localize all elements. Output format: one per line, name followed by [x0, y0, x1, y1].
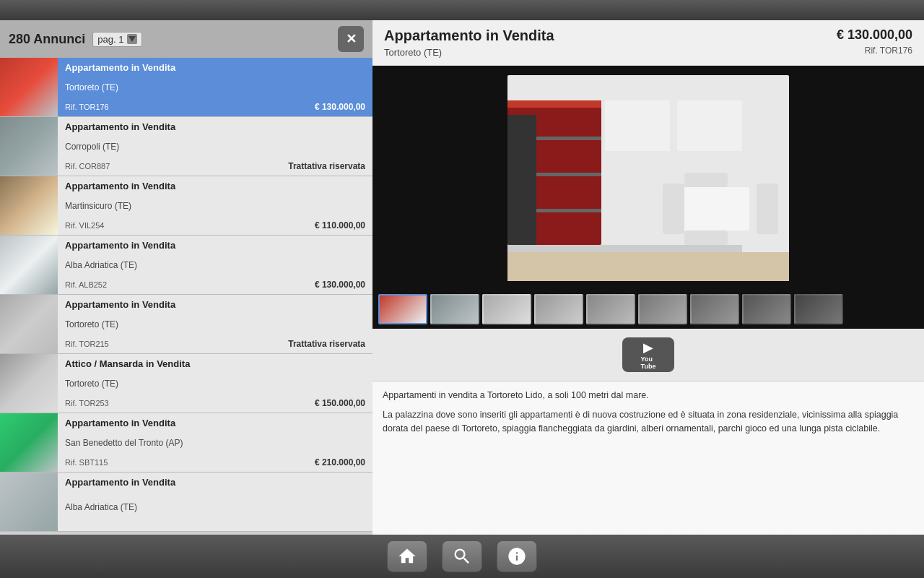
listing-location-8: Alba Adriatica (TE): [65, 502, 365, 512]
youtube-text: YouTube: [641, 355, 656, 370]
listing-thumb-2: [0, 117, 58, 176]
detail-price: € 130.000,00: [837, 27, 912, 43]
thumbnail-2[interactable]: [430, 294, 479, 324]
thumbnail-3[interactable]: [482, 294, 531, 324]
listing-footer-6: Rif. TOR253 € 150.000,00: [65, 398, 365, 408]
thumbnail-9[interactable]: [794, 294, 843, 324]
listing-footer-4: Rif. ALB252 € 130.000,00: [65, 280, 365, 290]
listing-location-6: Tortoreto (TE): [65, 379, 365, 389]
listing-info-3: Appartamento in Vendita Martinsicuro (TE…: [58, 176, 372, 235]
description-section: Appartamenti in vendita a Tortoreto Lido…: [372, 381, 924, 535]
listing-ref-2: Rif. COR887: [65, 162, 110, 171]
listing-location-1: Tortoreto (TE): [65, 82, 365, 92]
svg-rect-8: [605, 100, 670, 151]
listing-info-5: Appartamento in Vendita Tortoreto (TE) R…: [58, 295, 372, 353]
home-button[interactable]: [387, 540, 427, 572]
listing-thumb-8: [0, 473, 58, 531]
svg-rect-16: [507, 252, 789, 281]
listing-ref-4: Rif. ALB252: [65, 280, 107, 289]
listing-footer-5: Rif. TOR215 Trattativa riservata: [65, 339, 365, 349]
listing-price-3: € 110.000,00: [315, 220, 365, 230]
home-icon: [397, 546, 417, 566]
listing-item-5[interactable]: Appartamento in Vendita Tortoreto (TE) R…: [0, 295, 372, 354]
listing-item-3[interactable]: Appartamento in Vendita Martinsicuro (TE…: [0, 176, 372, 236]
listing-ref-6: Rif. TOR253: [65, 399, 109, 407]
listing-ref-3: Rif. VIL254: [65, 221, 104, 230]
listing-ref-7: Rif. SBT115: [65, 458, 108, 467]
thumbnail-7[interactable]: [690, 294, 739, 324]
listing-price-5: Trattativa riservata: [288, 339, 365, 349]
listing-info-8: Appartamento in Vendita Alba Adriatica (…: [58, 473, 372, 531]
listing-price-2: Trattativa riservata: [288, 161, 365, 171]
list-header: 280 Annunci pag. 1: [0, 20, 372, 58]
listing-item-8[interactable]: Appartamento in Vendita Alba Adriatica (…: [0, 473, 372, 532]
detail-title: Appartamento in Vendita: [384, 27, 554, 44]
listing-info-2: Appartamento in Vendita Corropoli (TE) R…: [58, 117, 372, 176]
page-label: pag. 1: [97, 34, 123, 45]
thumbnail-1[interactable]: [378, 294, 427, 324]
youtube-section: ▶ YouTube: [372, 329, 924, 381]
listing-title-1: Appartamento in Vendita: [65, 62, 365, 73]
listing-info-1: Appartamento in Vendita Tortoreto (TE) R…: [58, 58, 372, 116]
listing-ref-5: Rif. TOR215: [65, 340, 109, 348]
detail-price-info: € 130.000,00 Rif. TOR176: [837, 27, 912, 56]
svg-rect-14: [684, 173, 728, 187]
left-panel: 280 Annunci pag. 1 Appartamento in Vendi…: [0, 20, 372, 535]
thumbnail-8[interactable]: [742, 294, 791, 324]
listing-info-7: Appartamento in Vendita San Benedetto de…: [58, 413, 372, 472]
listing-item-1[interactable]: Appartamento in Vendita Tortoreto (TE) R…: [0, 58, 372, 117]
listing-footer-3: Rif. VIL254 € 110.000,00: [65, 220, 365, 230]
property-image-svg: [374, 72, 923, 285]
detail-left-info: Appartamento in Vendita Tortoreto (TE): [384, 27, 554, 58]
svg-marker-0: [128, 36, 136, 42]
top-bar: [0, 0, 924, 20]
description-text: Appartamenti in vendita a Tortoreto Lido…: [383, 389, 914, 435]
thumbnail-4[interactable]: [534, 294, 583, 324]
listing-thumb-6: [0, 354, 58, 413]
listing-location-7: San Benedetto del Tronto (AP): [65, 438, 365, 448]
svg-rect-17: [507, 115, 536, 245]
listing-location-3: Martinsicuro (TE): [65, 201, 365, 211]
bottom-bar: [0, 535, 924, 578]
listing-title-2: Appartamento in Vendita: [65, 121, 365, 132]
close-button[interactable]: [338, 26, 364, 52]
listing-ref-1: Rif. TOR176: [65, 103, 109, 111]
listing-item-6[interactable]: Attico / Mansarda in Vendita Tortoreto (…: [0, 354, 372, 413]
svg-rect-10: [507, 245, 742, 252]
svg-rect-4: [507, 100, 601, 108]
thumbnail-6[interactable]: [638, 294, 687, 324]
listing-info-6: Attico / Mansarda in Vendita Tortoreto (…: [58, 354, 372, 413]
listing-item-4[interactable]: Appartamento in Vendita Alba Adriatica (…: [0, 236, 372, 295]
main-image-container: [372, 66, 924, 290]
listing-title-7: Appartamento in Vendita: [65, 418, 365, 428]
page-arrow-down[interactable]: [127, 34, 137, 44]
listing-title-6: Attico / Mansarda in Vendita: [65, 358, 365, 369]
listing-location-5: Tortoreto (TE): [65, 319, 365, 329]
thumbnail-5[interactable]: [586, 294, 635, 324]
detail-ref-right: Rif. TOR176: [837, 46, 912, 56]
listing-thumb-3: [0, 176, 58, 235]
svg-rect-12: [663, 184, 684, 234]
listing-title-8: Appartamento in Vendita: [65, 477, 365, 488]
main-content: 280 Annunci pag. 1 Appartamento in Vendi…: [0, 20, 924, 535]
listing-location-2: Corropoli (TE): [65, 142, 365, 152]
detail-location: Tortoreto (TE): [384, 47, 554, 58]
info-button[interactable]: [497, 540, 537, 572]
listing-price-1: € 130.000,00: [315, 102, 365, 112]
listing-item-7[interactable]: Appartamento in Vendita San Benedetto de…: [0, 413, 372, 473]
youtube-button[interactable]: ▶ YouTube: [622, 337, 674, 372]
search-button[interactable]: [442, 540, 482, 572]
listing-item-2[interactable]: Appartamento in Vendita Corropoli (TE) R…: [0, 117, 372, 176]
page-selector[interactable]: pag. 1: [92, 32, 141, 47]
search-icon: [452, 546, 472, 566]
thumbnail-strip: [372, 290, 924, 329]
youtube-icon: ▶: [643, 340, 653, 355]
listing-footer-1: Rif. TOR176 € 130.000,00: [65, 102, 365, 112]
detail-header: Appartamento in Vendita Tortoreto (TE) €…: [372, 20, 924, 66]
svg-rect-13: [757, 184, 778, 234]
listing-price-7: € 210.000,00: [315, 457, 365, 467]
annunci-count: 280 Annunci: [9, 32, 85, 47]
listing-thumb-4: [0, 236, 58, 294]
list-header-left: 280 Annunci pag. 1: [9, 32, 142, 47]
listing-info-4: Appartamento in Vendita Alba Adriatica (…: [58, 236, 372, 294]
